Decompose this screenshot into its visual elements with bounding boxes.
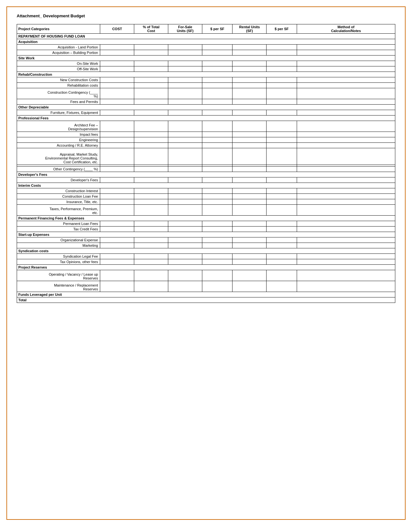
- data-cell[interactable]: [232, 227, 267, 232]
- data-cell[interactable]: [232, 83, 267, 88]
- data-cell[interactable]: [267, 188, 297, 194]
- data-cell[interactable]: [168, 88, 202, 99]
- data-cell[interactable]: [168, 205, 202, 216]
- method-cell[interactable]: [297, 121, 395, 132]
- data-cell[interactable]: [267, 254, 297, 259]
- method-cell[interactable]: [297, 227, 395, 232]
- data-cell[interactable]: [168, 77, 202, 83]
- data-cell[interactable]: [202, 61, 232, 66]
- data-cell[interactable]: [168, 66, 202, 72]
- data-cell[interactable]: [202, 121, 232, 132]
- data-cell[interactable]: [267, 270, 297, 281]
- method-cell[interactable]: [297, 132, 395, 137]
- data-cell[interactable]: [100, 259, 134, 265]
- method-cell[interactable]: [297, 177, 395, 183]
- method-cell[interactable]: [297, 237, 395, 243]
- data-cell[interactable]: [232, 50, 267, 56]
- data-cell[interactable]: [168, 227, 202, 232]
- data-cell[interactable]: [168, 177, 202, 183]
- data-cell[interactable]: [100, 167, 134, 172]
- method-cell[interactable]: [297, 137, 395, 143]
- data-cell[interactable]: [267, 50, 297, 56]
- data-cell[interactable]: [168, 270, 202, 281]
- data-cell[interactable]: [100, 177, 134, 183]
- method-cell[interactable]: [297, 61, 395, 66]
- data-cell[interactable]: [168, 259, 202, 265]
- data-cell[interactable]: [267, 66, 297, 72]
- data-cell[interactable]: [267, 148, 297, 165]
- data-cell[interactable]: [100, 61, 134, 66]
- data-cell[interactable]: [267, 143, 297, 148]
- data-cell[interactable]: [202, 221, 232, 227]
- data-cell[interactable]: [168, 45, 202, 50]
- data-cell[interactable]: [232, 270, 267, 281]
- data-cell[interactable]: [267, 137, 297, 143]
- data-cell[interactable]: [202, 148, 232, 165]
- data-cell[interactable]: [202, 237, 232, 243]
- data-cell[interactable]: [202, 254, 232, 259]
- data-cell[interactable]: [100, 121, 134, 132]
- data-cell[interactable]: [168, 83, 202, 88]
- data-cell[interactable]: [232, 66, 267, 72]
- data-cell[interactable]: [168, 61, 202, 66]
- method-cell[interactable]: [297, 167, 395, 172]
- data-cell[interactable]: [134, 254, 168, 259]
- data-cell[interactable]: [134, 110, 168, 116]
- data-cell[interactable]: [267, 121, 297, 132]
- method-cell[interactable]: [297, 50, 395, 56]
- data-cell[interactable]: [267, 61, 297, 66]
- data-cell[interactable]: [267, 110, 297, 116]
- data-cell[interactable]: [267, 259, 297, 265]
- method-cell[interactable]: [297, 188, 395, 194]
- data-cell[interactable]: [100, 227, 134, 232]
- method-cell[interactable]: [297, 194, 395, 199]
- data-cell[interactable]: [100, 281, 134, 292]
- data-cell[interactable]: [168, 167, 202, 172]
- data-cell[interactable]: [168, 237, 202, 243]
- data-cell[interactable]: [202, 205, 232, 216]
- method-cell[interactable]: [297, 99, 395, 105]
- data-cell[interactable]: [134, 143, 168, 148]
- data-cell[interactable]: [202, 227, 232, 232]
- data-cell[interactable]: [134, 205, 168, 216]
- data-cell[interactable]: [100, 132, 134, 137]
- data-cell[interactable]: [134, 148, 168, 165]
- data-cell[interactable]: [134, 77, 168, 83]
- data-cell[interactable]: [134, 66, 168, 72]
- data-cell[interactable]: [202, 270, 232, 281]
- data-cell[interactable]: [168, 281, 202, 292]
- data-cell[interactable]: [168, 243, 202, 248]
- data-cell[interactable]: [134, 167, 168, 172]
- data-cell[interactable]: [202, 45, 232, 50]
- method-cell[interactable]: [297, 45, 395, 50]
- data-cell[interactable]: [168, 254, 202, 259]
- method-cell[interactable]: [297, 88, 395, 99]
- data-cell[interactable]: [134, 99, 168, 105]
- data-cell[interactable]: [202, 83, 232, 88]
- data-cell[interactable]: [168, 121, 202, 132]
- data-cell[interactable]: [100, 148, 134, 165]
- data-cell[interactable]: [134, 270, 168, 281]
- data-cell[interactable]: [202, 143, 232, 148]
- data-cell[interactable]: [232, 99, 267, 105]
- data-cell[interactable]: [134, 199, 168, 205]
- method-cell[interactable]: [297, 199, 395, 205]
- method-cell[interactable]: [297, 281, 395, 292]
- data-cell[interactable]: [100, 188, 134, 194]
- data-cell[interactable]: [202, 110, 232, 116]
- data-cell[interactable]: [100, 270, 134, 281]
- data-cell[interactable]: [134, 259, 168, 265]
- data-cell[interactable]: [134, 121, 168, 132]
- data-cell[interactable]: [232, 143, 267, 148]
- data-cell[interactable]: [232, 199, 267, 205]
- data-cell[interactable]: [168, 188, 202, 194]
- data-cell[interactable]: [168, 199, 202, 205]
- data-cell[interactable]: [100, 221, 134, 227]
- data-cell[interactable]: [232, 167, 267, 172]
- data-cell[interactable]: [202, 99, 232, 105]
- data-cell[interactable]: [202, 243, 232, 248]
- data-cell[interactable]: [168, 132, 202, 137]
- data-cell[interactable]: [134, 177, 168, 183]
- data-cell[interactable]: [134, 188, 168, 194]
- data-cell[interactable]: [267, 167, 297, 172]
